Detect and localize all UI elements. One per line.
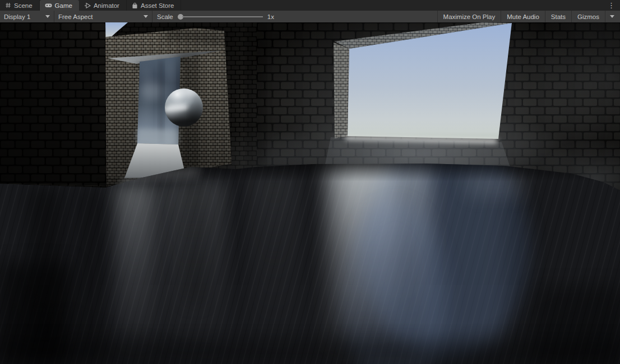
scale-label: Scale	[157, 13, 173, 20]
chevron-down-icon	[610, 15, 614, 18]
gizmos-dropdown[interactable]: Gizmos	[571, 11, 620, 22]
divider	[605, 11, 605, 22]
aspect-ratio-dropdown[interactable]: Free Aspect	[54, 11, 152, 22]
scale-control: Scale 1x	[152, 13, 279, 20]
vignette	[0, 22, 620, 364]
tab-strip: Scene Game Animator Asset Store ⋮	[0, 0, 620, 11]
tab-label: Asset Store	[141, 2, 174, 9]
toolbar-right-group: Maximize On Play Mute Audio Stats Gizmos	[437, 11, 620, 22]
tab-animator[interactable]: Animator	[79, 0, 127, 11]
mute-audio-button[interactable]: Mute Audio	[501, 11, 545, 22]
game-render-viewport[interactable]	[0, 22, 620, 364]
stats-button[interactable]: Stats	[545, 11, 571, 22]
kebab-menu-icon[interactable]: ⋮	[603, 0, 620, 11]
display-dropdown[interactable]: Display 1	[0, 11, 54, 22]
scale-value: 1x	[267, 13, 274, 20]
game-view-toolbar: Display 1 Free Aspect Scale 1x Maximize …	[0, 11, 620, 22]
chevron-down-icon	[144, 15, 148, 18]
scale-slider[interactable]	[178, 14, 263, 20]
tab-label: Game	[55, 2, 72, 9]
slider-track[interactable]	[182, 16, 263, 17]
unity-game-view: Scene Game Animator Asset Store ⋮ Displa…	[0, 0, 620, 364]
animator-icon	[84, 2, 91, 8]
tab-game[interactable]: Game	[40, 0, 79, 11]
grid-icon	[5, 2, 11, 8]
tab-label: Animator	[94, 2, 119, 9]
maximize-on-play-button[interactable]: Maximize On Play	[437, 11, 501, 22]
tab-asset-store[interactable]: Asset Store	[127, 0, 181, 11]
rendered-scene	[0, 22, 620, 364]
tab-scene[interactable]: Scene	[0, 0, 40, 11]
tab-label: Scene	[14, 2, 33, 9]
gamepad-icon	[45, 2, 52, 8]
bag-icon	[132, 2, 138, 9]
chevron-down-icon	[45, 15, 50, 18]
